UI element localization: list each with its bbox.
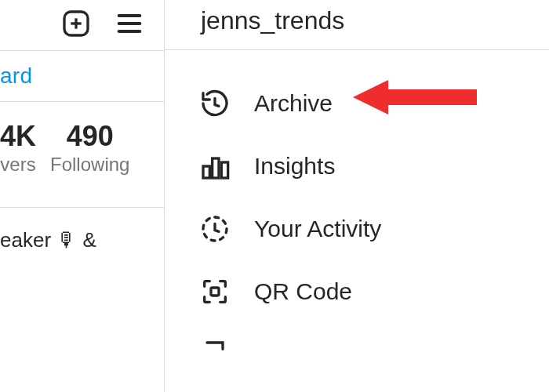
followers-label: vers — [0, 154, 36, 176]
top-bar-icons — [0, 3, 164, 50]
menu-item-qr[interactable]: QR Code — [165, 260, 549, 323]
followers-value: 4K — [0, 121, 36, 152]
bio-text: eaker 🎙 & — [0, 207, 164, 252]
menu-item-saved[interactable] — [165, 323, 549, 386]
profile-panel: ard 4K vers 490 Following eaker 🎙 & — [0, 0, 165, 392]
history-icon — [198, 86, 232, 121]
svg-rect-10 — [211, 288, 219, 296]
create-post-icon[interactable] — [60, 8, 92, 39]
menu-item-activity[interactable]: Your Activity — [165, 198, 549, 260]
saved-icon — [198, 337, 232, 372]
profile-stats: 4K vers 490 Following — [0, 101, 164, 176]
svg-rect-7 — [213, 158, 219, 178]
hamburger-menu-icon[interactable] — [114, 8, 145, 39]
dashboard-link-text: ard — [0, 64, 32, 88]
stat-following[interactable]: 490 Following — [50, 121, 129, 176]
settings-menu: Archive Insights Your Activity — [165, 50, 549, 386]
archive-label: Archive — [254, 90, 333, 117]
chart-icon — [198, 149, 232, 183]
menu-header-username: jenns_trends — [165, 0, 549, 50]
activity-label: Your Activity — [254, 216, 381, 242]
activity-icon — [198, 212, 232, 246]
menu-item-insights[interactable]: Insights — [165, 135, 549, 198]
following-label: Following — [50, 154, 129, 176]
svg-rect-6 — [203, 166, 209, 178]
settings-menu-panel: jenns_trends Archive Insights — [165, 0, 549, 392]
menu-item-archive[interactable]: Archive — [165, 72, 549, 135]
svg-rect-8 — [221, 162, 227, 178]
stat-followers[interactable]: 4K vers — [0, 121, 36, 176]
qr-icon — [198, 274, 232, 309]
following-value: 490 — [50, 121, 129, 152]
qr-label: QR Code — [254, 278, 352, 305]
dashboard-row[interactable]: ard — [0, 50, 164, 101]
insights-label: Insights — [254, 153, 335, 180]
